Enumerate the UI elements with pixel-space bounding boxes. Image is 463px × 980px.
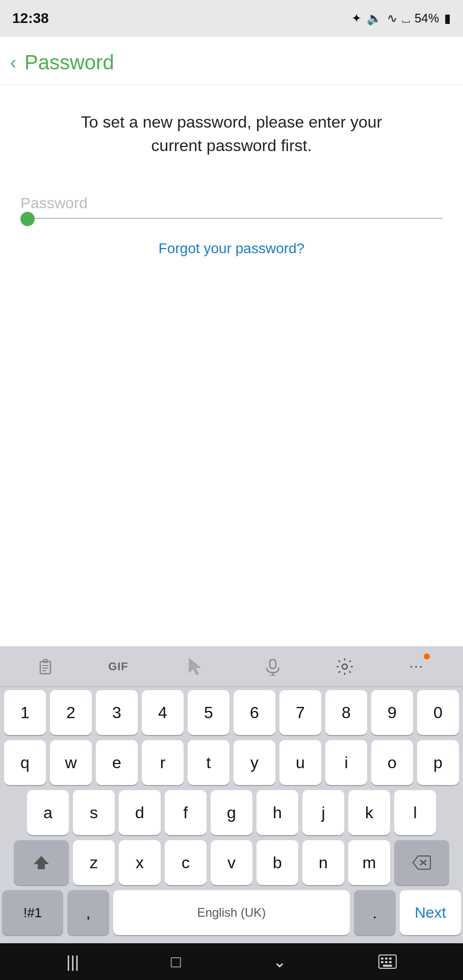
key-l[interactable]: l xyxy=(394,790,436,835)
key-o[interactable]: o xyxy=(371,740,413,785)
svg-marker-5 xyxy=(189,658,200,675)
key-b[interactable]: b xyxy=(256,840,298,885)
svg-rect-20 xyxy=(383,965,392,967)
key-8[interactable]: 8 xyxy=(325,690,367,735)
key-k[interactable]: k xyxy=(348,790,390,835)
key-1[interactable]: 1 xyxy=(4,690,46,735)
gif-icon[interactable]: GIF xyxy=(103,651,134,682)
battery-level: 54% xyxy=(415,11,439,26)
key-m[interactable]: m xyxy=(348,840,390,885)
back-button[interactable]: ‹ xyxy=(10,54,16,72)
cursor-area xyxy=(175,651,216,682)
svg-rect-14 xyxy=(381,958,383,960)
key-3[interactable]: 3 xyxy=(96,690,138,735)
key-6[interactable]: 6 xyxy=(234,690,275,735)
key-v[interactable]: v xyxy=(211,840,252,885)
status-icons: ✦ 🔈 ∿ ⎵ 54% ▮ xyxy=(351,11,451,26)
svg-rect-6 xyxy=(270,659,276,669)
key-h[interactable]: h xyxy=(256,790,298,835)
nav-home-icon[interactable]: □ xyxy=(171,952,181,971)
keyboard-keys: 1 2 3 4 5 6 7 8 9 0 q w e r t y u i o p … xyxy=(0,687,463,943)
backspace-key[interactable] xyxy=(394,840,449,885)
nav-keyboard-icon[interactable] xyxy=(378,954,397,969)
svg-rect-16 xyxy=(389,958,392,960)
key-4[interactable]: 4 xyxy=(142,690,184,735)
nav-recents-icon[interactable]: ⌄ xyxy=(273,952,287,971)
key-5[interactable]: 5 xyxy=(188,690,229,735)
svg-rect-18 xyxy=(385,961,388,963)
bottom-row: !#1 , English (UK) . Next xyxy=(2,890,461,935)
signal-icon: ⎵ xyxy=(402,11,409,26)
nav-back-icon[interactable]: ||| xyxy=(66,952,79,971)
shift-key[interactable] xyxy=(14,840,69,885)
password-input[interactable] xyxy=(20,188,443,219)
key-f[interactable]: f xyxy=(165,790,207,835)
space-key[interactable]: English (UK) xyxy=(113,890,350,935)
key-j[interactable]: j xyxy=(302,790,344,835)
gif-label: GIF xyxy=(108,660,128,673)
symbols-key[interactable]: !#1 xyxy=(2,890,63,935)
status-time: 12:38 xyxy=(12,10,49,27)
more-options-icon[interactable]: ⋯ xyxy=(401,651,432,682)
input-cursor-dot xyxy=(20,212,35,226)
page-title: Password xyxy=(24,51,114,74)
header: ‹ Password xyxy=(0,37,463,85)
forgot-password-container: Forgot your password? xyxy=(20,240,443,257)
password-field-container xyxy=(20,188,443,219)
key-p[interactable]: p xyxy=(417,740,459,785)
svg-marker-10 xyxy=(34,856,49,869)
mute-icon: 🔈 xyxy=(367,11,382,26)
key-s[interactable]: s xyxy=(73,790,115,835)
key-i[interactable]: i xyxy=(325,740,367,785)
clipboard-icon[interactable] xyxy=(31,651,62,682)
row-qp: q w e r t y u i o p xyxy=(2,740,461,785)
svg-rect-17 xyxy=(381,961,383,963)
key-g[interactable]: g xyxy=(211,790,252,835)
battery-icon: ▮ xyxy=(444,11,451,26)
app-content: ‹ Password To set a new password, please… xyxy=(0,37,463,272)
key-c[interactable]: c xyxy=(165,840,207,885)
key-a[interactable]: a xyxy=(27,790,69,835)
key-t[interactable]: t xyxy=(188,740,229,785)
svg-rect-19 xyxy=(389,961,392,963)
svg-rect-15 xyxy=(385,958,388,960)
next-key[interactable]: Next xyxy=(400,890,461,935)
key-q[interactable]: q xyxy=(4,740,46,785)
row-al: a s d f g h j k l xyxy=(2,790,461,835)
wifi-icon: ∿ xyxy=(387,11,397,26)
keyboard-settings-icon[interactable] xyxy=(329,651,360,682)
keyboard-area: GIF ⋯ xyxy=(0,646,463,943)
key-9[interactable]: 9 xyxy=(371,690,413,735)
bluetooth-icon: ✦ xyxy=(351,11,362,26)
number-row: 1 2 3 4 5 6 7 8 9 0 xyxy=(2,690,461,735)
key-2[interactable]: 2 xyxy=(50,690,92,735)
key-e[interactable]: e xyxy=(96,740,138,785)
key-x[interactable]: x xyxy=(119,840,161,885)
comma-key[interactable]: , xyxy=(67,890,109,935)
key-n[interactable]: n xyxy=(302,840,344,885)
period-key[interactable]: . xyxy=(354,890,396,935)
keyboard-toolbar: GIF ⋯ xyxy=(0,646,463,687)
key-w[interactable]: w xyxy=(50,740,92,785)
key-7[interactable]: 7 xyxy=(279,690,321,735)
forgot-password-link[interactable]: Forgot your password? xyxy=(159,240,304,256)
row-zm: z x c v b n m xyxy=(2,840,461,885)
key-u[interactable]: u xyxy=(279,740,321,785)
key-z[interactable]: z xyxy=(73,840,115,885)
key-0[interactable]: 0 xyxy=(417,690,459,735)
instruction-text: To set a new password, please enter your… xyxy=(20,110,443,158)
key-r[interactable]: r xyxy=(142,740,184,785)
key-y[interactable]: y xyxy=(234,740,275,785)
nav-bar: ||| □ ⌄ xyxy=(0,943,463,980)
microphone-icon[interactable] xyxy=(258,651,288,682)
svg-point-9 xyxy=(342,664,347,669)
page-body: To set a new password, please enter your… xyxy=(0,85,463,272)
notification-dot xyxy=(424,653,430,659)
key-d[interactable]: d xyxy=(119,790,161,835)
status-bar: 12:38 ✦ 🔈 ∿ ⎵ 54% ▮ xyxy=(0,0,463,37)
